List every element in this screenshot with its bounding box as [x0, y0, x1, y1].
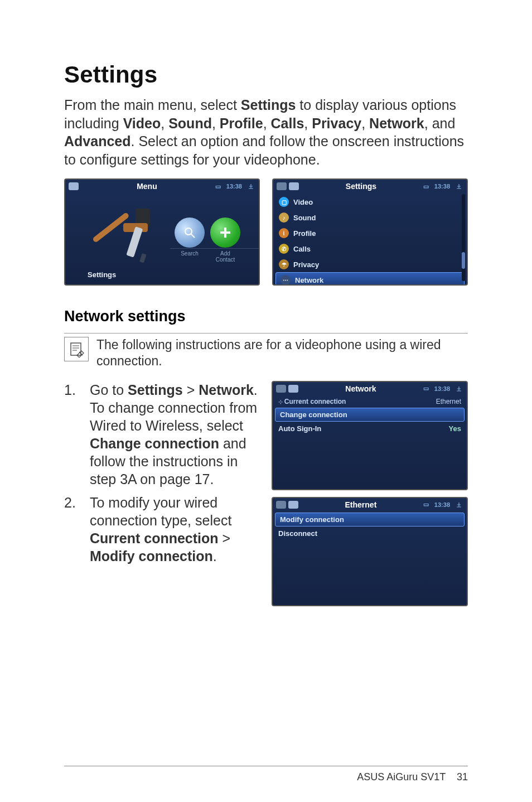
list-item-icon: ☂ — [279, 259, 289, 269]
footer-rule — [64, 766, 468, 766]
list-item-label: Auto Sign-In — [278, 424, 321, 433]
current-connection-value: Ethernet — [436, 398, 461, 405]
note-block: The following instructions are for a vid… — [64, 337, 468, 370]
note-icon — [64, 337, 89, 361]
screenshot-network: Network ▭ 13:38 ⊹ Current connection Eth… — [272, 381, 468, 490]
settings-header-title: Settings — [346, 182, 376, 191]
list-item[interactable]: Disconnect — [273, 526, 467, 540]
list-item-value: Yes — [449, 424, 461, 433]
list-item-icon: ♪ — [279, 212, 289, 223]
clock-text: 13:38 — [434, 501, 450, 508]
list-item[interactable]: ☂Privacy — [273, 257, 467, 272]
divider — [170, 248, 259, 249]
battery-icon: ▭ — [215, 183, 221, 190]
svg-line-6 — [191, 234, 195, 238]
search-icon — [175, 218, 205, 248]
clock-text: 13:38 — [226, 183, 242, 190]
footer-text: ASUS AiGuru SV1T 31 — [357, 771, 468, 783]
list-item-label: Network — [295, 276, 323, 284]
list-item-icon: ✆ — [279, 244, 289, 254]
list-item[interactable]: ♪Sound — [273, 210, 467, 225]
camera-icon — [69, 182, 79, 190]
battery-icon: ▭ — [423, 501, 429, 508]
list-item-label: Calls — [293, 245, 311, 253]
network-icon — [248, 183, 254, 190]
screenshot-settings-list: Settings ▭ 13:38 ▢Video♪SoundiProfile✆Ca… — [272, 178, 468, 286]
search-label: Search — [175, 250, 205, 263]
step-item: 1.Go to Settings > Network. To change co… — [64, 381, 259, 488]
camera-icon — [289, 182, 299, 190]
clock-text: 13:38 — [434, 183, 450, 190]
list-item[interactable]: iProfile — [273, 225, 467, 241]
screenshot-ethernet: Ethernet ▭ 13:38 Modify connectionDiscon… — [272, 497, 468, 606]
clock-text: 13:38 — [434, 385, 450, 392]
list-item-label: Video — [293, 198, 313, 206]
note-text: The following instructions are for a vid… — [96, 337, 468, 370]
scrollbar[interactable] — [462, 194, 465, 281]
current-connection-label: Current connection — [284, 398, 346, 405]
network-header-title: Network — [345, 384, 376, 393]
add-contact-icon — [210, 218, 240, 248]
svg-rect-8 — [220, 231, 230, 234]
battery-icon: ▭ — [423, 183, 429, 190]
svg-point-5 — [185, 228, 192, 235]
screenshot-menu: Menu ▭ 13:38 Settings — [64, 178, 260, 286]
step-item: 2.To modify your wired connection type, … — [64, 494, 259, 565]
ethernet-header-title: Ethernet — [345, 500, 377, 509]
list-item-icon: ⋯ — [280, 275, 291, 285]
list-item[interactable]: Change connection — [275, 408, 465, 422]
list-item[interactable]: Modify connection — [275, 513, 465, 526]
step-text: Go to Settings > Network. To change conn… — [90, 381, 259, 488]
battery-icon: ▭ — [423, 385, 429, 392]
camera-icon — [277, 182, 287, 190]
network-icon — [456, 183, 462, 190]
svg-rect-9 — [71, 343, 81, 355]
camera-icon — [288, 501, 298, 509]
camera-icon — [276, 385, 286, 393]
camera-icon — [288, 385, 298, 393]
list-item-label: Modify connection — [280, 515, 344, 524]
list-item-label: Profile — [293, 229, 316, 238]
step-number: 1. — [64, 381, 76, 488]
list-item-label: Change connection — [280, 410, 347, 419]
list-item-label: Sound — [293, 214, 316, 222]
menu-selected-label: Settings — [88, 270, 116, 279]
screenshot-row-top: Menu ▭ 13:38 Settings — [64, 178, 468, 286]
list-item[interactable]: ⋯Network — [275, 272, 465, 286]
network-icon-small: ⊹ — [278, 399, 284, 405]
list-item-icon: i — [279, 228, 289, 238]
network-icon — [456, 501, 462, 508]
menu-header-title: Menu — [137, 182, 157, 191]
list-item[interactable]: Auto Sign-InYes — [273, 422, 467, 436]
network-icon — [456, 385, 462, 392]
camera-icon — [276, 501, 286, 509]
intro-paragraph: From the main menu, select Settings to d… — [64, 96, 468, 168]
settings-tool-icon — [84, 206, 168, 268]
add-contact-label: Add Contact — [210, 250, 240, 263]
list-item-label: Disconnect — [278, 529, 317, 538]
section-rule — [64, 333, 468, 334]
section-heading-network: Network settings — [64, 308, 468, 325]
list-item-label: Privacy — [293, 260, 319, 269]
step-text: To modify your wired connection type, se… — [90, 494, 259, 565]
list-item-icon: ▢ — [279, 197, 289, 207]
list-item[interactable]: ✆Calls — [273, 241, 467, 257]
svg-rect-4 — [139, 253, 147, 263]
step-number: 2. — [64, 494, 76, 565]
page-title: Settings — [64, 61, 468, 88]
list-item[interactable]: ▢Video — [273, 194, 467, 210]
